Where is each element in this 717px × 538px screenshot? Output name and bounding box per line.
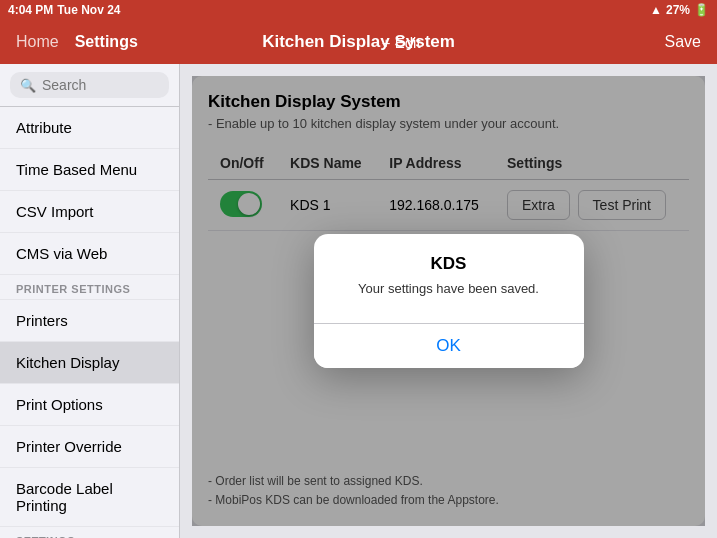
sidebar-item-barcode-label[interactable]: Barcode Label Printing [0,468,179,527]
modal-message: Your settings have been saved. [334,280,564,298]
nav-bar: Home Settings + Edit Kitchen Display Sys… [0,20,717,64]
modal-dialog: KDS Your settings have been saved. OK [314,234,584,367]
sidebar: 🔍 Attribute Time Based Menu CSV Import C… [0,64,180,538]
sidebar-item-printer-override[interactable]: Printer Override [0,426,179,468]
status-left: 4:04 PM Tue Nov 24 [8,3,121,17]
sidebar-item-time-based-menu[interactable]: Time Based Menu [0,149,179,191]
sidebar-item-kitchen-display[interactable]: Kitchen Display [0,342,179,384]
search-field-wrapper[interactable]: 🔍 [10,72,169,98]
search-icon: 🔍 [20,78,36,93]
modal-body: KDS Your settings have been saved. [314,234,584,308]
home-nav-item[interactable]: Home [16,33,59,51]
sidebar-item-cms-via-web[interactable]: CMS via Web [0,233,179,275]
sidebar-item-csv-import[interactable]: CSV Import [0,191,179,233]
sidebar-search-container: 🔍 [0,64,179,107]
main-layout: 🔍 Attribute Time Based Menu CSV Import C… [0,64,717,538]
nav-title: Kitchen Display System [262,32,455,52]
sidebar-item-print-options[interactable]: Print Options [0,384,179,426]
wifi-icon: ▲ [650,3,662,17]
modal-overlay: KDS Your settings have been saved. OK [192,76,705,526]
battery-icon: 🔋 [694,3,709,17]
content-area: Kitchen Display System - Enable up to 10… [180,64,717,538]
sidebar-item-attribute[interactable]: Attribute [0,107,179,149]
settings-nav-item[interactable]: Settings [75,33,138,51]
sidebar-item-printers[interactable]: Printers [0,300,179,342]
content-panel: Kitchen Display System - Enable up to 10… [192,76,705,526]
time-display: 4:04 PM [8,3,53,17]
printer-settings-section-header: PRINTER SETTINGS [0,275,179,300]
modal-ok-button[interactable]: OK [314,324,584,368]
settings-section-header: SETTINGS [0,527,179,538]
search-input[interactable] [42,77,159,93]
modal-title: KDS [334,254,564,274]
status-bar: 4:04 PM Tue Nov 24 ▲ 27% 🔋 [0,0,717,20]
date-display: Tue Nov 24 [57,3,120,17]
battery-display: 27% [666,3,690,17]
status-right: ▲ 27% 🔋 [650,3,709,17]
save-button[interactable]: Save [665,33,701,51]
nav-left: Home Settings [16,33,138,51]
